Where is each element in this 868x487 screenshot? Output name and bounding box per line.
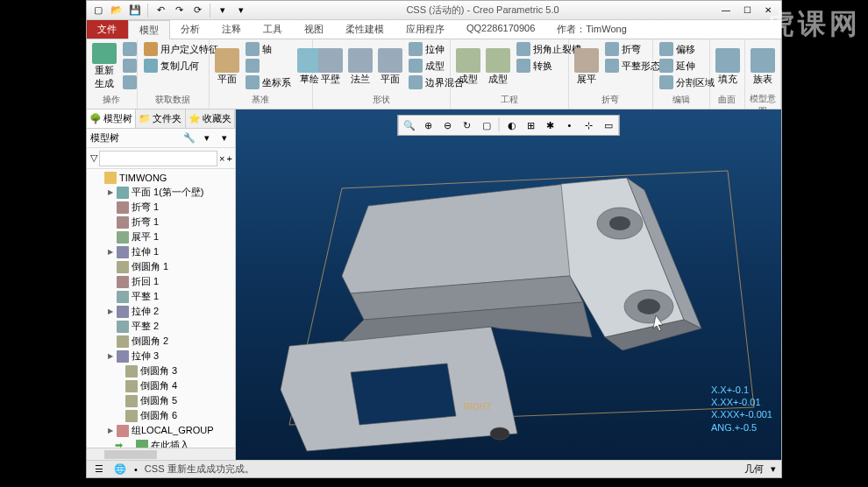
- annotate-display-icon[interactable]: ▭: [600, 117, 617, 133]
- tab-view[interactable]: 视图: [294, 20, 335, 39]
- tree-item[interactable]: ▶平面 1(第一个壁): [89, 185, 233, 200]
- planar-button[interactable]: 平壁: [317, 41, 345, 92]
- udf-button[interactable]: 用户定义特征: [141, 41, 221, 57]
- expander-icon[interactable]: [115, 382, 123, 390]
- tree-item[interactable]: TIMWONG: [89, 171, 233, 185]
- expander-icon[interactable]: ▶: [106, 307, 114, 315]
- tab-flex[interactable]: 柔性建模: [335, 20, 395, 39]
- refit-icon[interactable]: 🔍: [401, 117, 418, 133]
- status-tree-icon[interactable]: ☰: [92, 462, 106, 476]
- minimize-button[interactable]: —: [716, 4, 736, 18]
- tree-item[interactable]: 倒圆角 2: [89, 334, 233, 349]
- status-browser-icon[interactable]: 🌐: [113, 462, 127, 476]
- expander-icon[interactable]: [106, 293, 114, 300]
- tree-item[interactable]: ▶拉伸 3: [89, 349, 233, 363]
- expander-icon[interactable]: ▶: [106, 427, 114, 434]
- maximize-button[interactable]: ☐: [737, 4, 757, 18]
- expander-icon[interactable]: [115, 397, 123, 405]
- axis-button[interactable]: 轴: [243, 41, 294, 57]
- tree-item[interactable]: 展平 1: [89, 229, 233, 244]
- redo-icon[interactable]: ↷: [171, 3, 187, 18]
- tree-item[interactable]: 倒圆角 1: [89, 259, 233, 274]
- tree-item[interactable]: ▶组LOCAL_GROUP: [89, 423, 233, 438]
- rip-button[interactable]: 成型: [454, 41, 482, 92]
- display-style-icon[interactable]: ◐: [503, 117, 521, 133]
- tree-settings-icon[interactable]: 🔧: [182, 131, 196, 145]
- tab-file[interactable]: 文件: [87, 20, 128, 39]
- named-view-icon[interactable]: ▢: [478, 117, 495, 133]
- flange-button[interactable]: 法兰: [346, 41, 374, 92]
- filter-icon[interactable]: ▽: [90, 152, 97, 166]
- tree-item[interactable]: ▶拉伸 1: [89, 244, 233, 259]
- tab-author[interactable]: 作者：TimWong: [546, 20, 637, 39]
- tree-item[interactable]: ➡在此插入: [89, 438, 233, 448]
- csys-button[interactable]: 坐标系: [243, 74, 294, 90]
- tree-search-input[interactable]: [99, 151, 217, 166]
- tree-item[interactable]: 平整 2: [89, 319, 233, 334]
- copygeo-button[interactable]: 复制几何: [141, 58, 221, 74]
- expander-icon[interactable]: [106, 203, 114, 211]
- plane-button[interactable]: 平面: [213, 41, 241, 92]
- point-display-icon[interactable]: •: [561, 117, 579, 133]
- tree-item[interactable]: 倒圆角 3: [89, 363, 233, 378]
- offset-button[interactable]: 偏移: [657, 41, 717, 57]
- fill-button[interactable]: 填充: [714, 41, 742, 92]
- expander-icon[interactable]: [106, 337, 114, 345]
- zoom-in-icon[interactable]: ⊕: [420, 117, 438, 133]
- expander-icon[interactable]: [115, 367, 123, 375]
- regen-icon[interactable]: ⟳: [189, 3, 205, 18]
- viewport[interactable]: 🔍 ⊕ ⊖ ↻ ▢ ◐ ⊞ ✱ • ⊹ ▭: [236, 109, 781, 460]
- split-button[interactable]: 分割区域: [657, 74, 717, 90]
- tree-item[interactable]: 折弯 1: [89, 200, 233, 215]
- tab-model-tree[interactable]: 🌳模型树: [87, 109, 136, 128]
- undo-icon[interactable]: ↶: [153, 3, 168, 18]
- model-tree[interactable]: TIMWONG▶平面 1(第一个壁)折弯 1折弯 1展平 1▶拉伸 1倒圆角 1…: [87, 169, 235, 448]
- expander-icon[interactable]: [106, 218, 114, 226]
- add-filter-icon[interactable]: +: [226, 152, 231, 166]
- close-button[interactable]: ✕: [758, 4, 778, 18]
- save-icon[interactable]: 💾: [127, 3, 143, 18]
- expander-icon[interactable]: ▶: [106, 188, 114, 196]
- expander-icon[interactable]: [106, 263, 114, 271]
- tab-apps[interactable]: 应用程序: [395, 20, 456, 39]
- filter-dropdown-icon[interactable]: ▾: [771, 463, 776, 475]
- tree-show-icon[interactable]: ▾: [200, 131, 214, 145]
- point-button[interactable]: [243, 58, 294, 74]
- tree-item[interactable]: 倒圆角 5: [89, 393, 233, 408]
- tab-model[interactable]: 模型: [128, 20, 170, 39]
- zoom-out-icon[interactable]: ⊖: [439, 117, 457, 133]
- selection-filter[interactable]: 几何: [744, 462, 764, 476]
- expander-icon[interactable]: [106, 322, 114, 330]
- expander-icon[interactable]: [115, 412, 123, 420]
- tree-item[interactable]: 倒圆角 6: [89, 408, 233, 423]
- tree-item[interactable]: 折回 1: [89, 274, 233, 289]
- open-icon[interactable]: 📂: [109, 3, 125, 18]
- expander-icon[interactable]: [94, 174, 102, 182]
- axis-display-icon[interactable]: ✱: [542, 117, 559, 133]
- clear-filter-icon[interactable]: ×: [219, 152, 224, 166]
- close-win-icon[interactable]: ▾: [233, 3, 249, 18]
- form2-button[interactable]: 成型: [484, 41, 512, 92]
- flat-button[interactable]: 平面: [376, 41, 404, 92]
- spin-icon[interactable]: ↻: [459, 117, 476, 133]
- new-icon[interactable]: ▢: [90, 3, 106, 18]
- family-button[interactable]: 族表: [749, 41, 777, 92]
- unbend-button[interactable]: 展平: [573, 41, 601, 92]
- regenerate-button[interactable]: 重新生成: [90, 41, 118, 92]
- expander-icon[interactable]: [106, 233, 114, 241]
- expander-icon[interactable]: ▶: [106, 248, 114, 256]
- tab-qq[interactable]: QQ2286170906: [456, 20, 546, 39]
- tab-analysis[interactable]: 分析: [170, 20, 211, 39]
- tab-favorites[interactable]: ⭐收藏夹: [186, 109, 235, 128]
- ext-button[interactable]: 延伸: [657, 58, 717, 74]
- expander-icon[interactable]: [125, 441, 133, 448]
- tree-scrollbar[interactable]: [87, 448, 235, 460]
- datum-display-icon[interactable]: ⊞: [523, 117, 540, 133]
- tree-filter-icon[interactable]: ▾: [217, 131, 231, 145]
- tree-item[interactable]: 折弯 1: [89, 215, 233, 229]
- expander-icon[interactable]: [106, 278, 114, 286]
- windows-icon[interactable]: ▾: [215, 3, 231, 18]
- tab-annotate[interactable]: 注释: [211, 20, 253, 39]
- expander-icon[interactable]: ▶: [106, 352, 114, 360]
- tree-item[interactable]: ▶拉伸 2: [89, 304, 233, 319]
